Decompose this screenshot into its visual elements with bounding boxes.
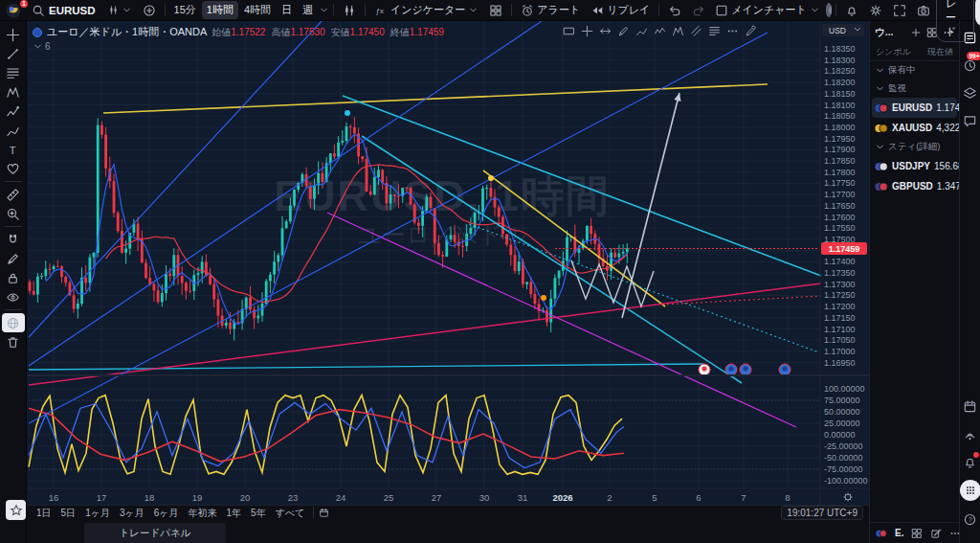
emoji-marker-blue-1[interactable] xyxy=(725,364,737,375)
panel-grid-icon[interactable] xyxy=(911,528,923,539)
zigzag-icon[interactable] xyxy=(654,25,666,37)
trade-panel-tab[interactable]: トレードパネル xyxy=(84,523,226,543)
pencil-icon[interactable] xyxy=(617,25,630,37)
trendline-tool[interactable] xyxy=(2,44,25,63)
watchlist-row-EURUSD[interactable]: EURUSD1.17458 xyxy=(872,98,957,118)
user-avatar[interactable] xyxy=(826,3,833,17)
dots-icon[interactable] xyxy=(726,25,739,37)
column-price[interactable]: 現在値 xyxy=(927,46,953,58)
channel-icon[interactable] xyxy=(690,25,702,37)
object-tree-globe-button[interactable] xyxy=(2,313,25,332)
range-button-1日[interactable]: 1日 xyxy=(33,506,56,521)
interval-button-4時間[interactable]: 4時間 xyxy=(239,1,276,19)
indicators-collapse-toggle[interactable]: 6 xyxy=(33,41,51,52)
undo-button[interactable] xyxy=(663,2,686,19)
chart-settings-button[interactable] xyxy=(864,2,887,19)
lock-all-toggle[interactable] xyxy=(2,268,25,287)
column-symbol[interactable]: シンボル xyxy=(876,46,911,58)
brush-icon[interactable] xyxy=(635,25,648,37)
watchlist-title[interactable]: ウ... xyxy=(875,26,894,39)
legend-title[interactable]: ユーロ／米ドル・1時間・OANDA xyxy=(47,25,207,39)
alerts-clock-icon[interactable]: 99+ xyxy=(961,56,980,75)
crosshair-icon[interactable] xyxy=(581,25,593,37)
remove-all-button[interactable] xyxy=(2,332,25,351)
arrows-h-icon[interactable] xyxy=(599,25,612,37)
marker-yellow-dot[interactable] xyxy=(488,175,494,181)
watchlist-row-GBPUSD[interactable]: GBPUSD1.34738 xyxy=(872,176,957,196)
drawing-mode-toggle[interactable] xyxy=(2,249,25,268)
symbol-search[interactable]: EURUSD xyxy=(25,2,102,19)
interval-button-週[interactable]: 週 xyxy=(298,1,318,19)
zoom-in-tool[interactable] xyxy=(2,204,25,223)
chart-area[interactable]: EURUSD, 1時間ユーロ／米ドル1.183501.183001.182501… xyxy=(27,21,869,505)
add-symbol-icon[interactable] xyxy=(910,27,922,38)
rectangle-icon[interactable] xyxy=(563,25,575,37)
notifications-bell-icon[interactable] xyxy=(961,452,980,471)
emoji-tool[interactable] xyxy=(2,159,25,178)
watchlist-section-スティ(詳細)[interactable]: スティ(詳細) xyxy=(870,138,959,156)
trade-button[interactable]: トレード xyxy=(936,0,974,42)
crosshair-tool[interactable] xyxy=(2,25,25,44)
watchlist-row-XAUUSD[interactable]: XAUUSD4,322.610 xyxy=(872,118,957,138)
range-button-3ヶ月[interactable]: 3ヶ月 xyxy=(116,506,148,521)
xabcd-pattern-tool[interactable] xyxy=(2,82,25,102)
apps-grid-button[interactable] xyxy=(960,480,980,501)
marker-orange-dot[interactable] xyxy=(541,295,546,301)
chat-icon[interactable] xyxy=(961,111,980,130)
emoji-marker-blue-2[interactable] xyxy=(740,364,751,375)
candle-style-button[interactable] xyxy=(338,2,361,19)
tradingview-logo[interactable]: 1 xyxy=(5,2,24,19)
measure-tool[interactable] xyxy=(2,185,25,204)
range-button-1年[interactable]: 1年 xyxy=(223,506,246,521)
compare-button[interactable] xyxy=(138,2,161,19)
favorites-star-button[interactable] xyxy=(6,500,26,520)
symbol-mode-button[interactable] xyxy=(103,3,137,17)
forecast-tool[interactable] xyxy=(2,102,25,121)
broadcast-icon[interactable] xyxy=(961,424,980,443)
text-tool[interactable]: T xyxy=(2,140,25,159)
fullscreen-button[interactable] xyxy=(888,2,911,19)
chevron-down-icon[interactable] xyxy=(319,5,329,15)
layers-icon[interactable] xyxy=(961,83,980,102)
chart-canvas[interactable]: EURUSD, 1時間ユーロ／米ドル1.183501.183001.182501… xyxy=(27,21,869,505)
active-symbol-label[interactable]: E. xyxy=(895,528,903,538)
layout-select-button[interactable]: メインチャート xyxy=(710,1,825,19)
range-button-年初来[interactable]: 年初来 xyxy=(185,506,221,521)
alert-button[interactable]: アラート xyxy=(516,1,585,19)
watchlist-section-保有中[interactable]: 保有中 xyxy=(870,61,959,79)
help-icon[interactable]: ? xyxy=(961,509,980,529)
redo-button[interactable] xyxy=(687,2,710,19)
indicator-templates-button[interactable] xyxy=(484,2,507,19)
range-button-すべて[interactable]: すべて xyxy=(272,506,309,521)
magnet-tool[interactable] xyxy=(2,230,25,249)
emoji-marker-blue-3[interactable] xyxy=(779,364,791,375)
chevron-down-icon xyxy=(875,142,885,152)
axis-currency-button[interactable]: USD xyxy=(822,24,864,36)
compose-icon[interactable] xyxy=(930,528,942,539)
range-button-1ヶ月[interactable]: 1ヶ月 xyxy=(81,506,114,521)
watchlist-section-監視[interactable]: 監視 xyxy=(870,79,959,98)
emoji-marker-red[interactable] xyxy=(699,364,710,375)
calendar-icon[interactable] xyxy=(961,396,980,416)
hide-all-toggle[interactable] xyxy=(2,287,25,306)
replay-button[interactable]: リプレイ xyxy=(586,1,655,19)
interval-button-1時間[interactable]: 1時間 xyxy=(202,1,238,19)
fib-retracement-tool[interactable] xyxy=(2,63,25,82)
clock-timestamp[interactable]: 19:01:27 UTC+9 xyxy=(781,506,863,520)
marker-cyan-dot[interactable] xyxy=(345,110,350,116)
watchlist-row-USDJPY[interactable]: USDJPY156.684 xyxy=(872,156,957,176)
fib-icon[interactable] xyxy=(708,25,721,37)
interval-button-日[interactable]: 日 xyxy=(277,1,297,19)
dropper-icon[interactable] xyxy=(745,25,757,37)
xabcd-icon[interactable] xyxy=(672,25,684,37)
interval-button-15分[interactable]: 15分 xyxy=(169,1,201,19)
range-button-5日[interactable]: 5日 xyxy=(57,506,80,521)
screenshot-button[interactable] xyxy=(912,2,935,19)
range-button-5年[interactable]: 5年 xyxy=(247,506,270,521)
notifications-button[interactable] xyxy=(840,2,863,19)
indicators-button[interactable]: ƒx インジケーター xyxy=(369,1,483,19)
brush-tool[interactable] xyxy=(2,121,25,140)
range-button-6ヶ月[interactable]: 6ヶ月 xyxy=(150,506,183,521)
publish-button[interactable]: 投稿 xyxy=(975,0,980,27)
goto-date-calendar-icon[interactable] xyxy=(319,508,329,518)
